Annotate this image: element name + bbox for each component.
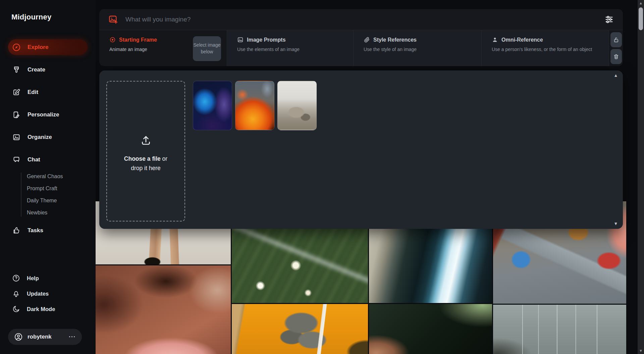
app-logo: Midjourney (11, 13, 51, 21)
moon-icon (12, 305, 20, 313)
sidebar-item-personalize[interactable]: Personalize (8, 107, 88, 122)
sidebar-item-label: Chat (28, 156, 40, 163)
tab-title: Omni-Reference (501, 37, 543, 43)
chat-channel-newbies[interactable]: Newbies (27, 207, 88, 219)
sidebar-item-label: Create (28, 66, 45, 73)
user-account-button[interactable]: robytenk ··· (8, 329, 82, 345)
tab-image-prompts[interactable]: Image Prompts Use the elements of an ima… (227, 30, 353, 66)
sidebar: Midjourney Explore Create Edit Personali… (0, 0, 96, 354)
bell-icon (12, 290, 20, 298)
chat-channel-list: General Chaos Prompt Craft Daily Theme N… (21, 170, 88, 219)
tab-starting-frame[interactable]: Starting Frame Animate an image Select i… (99, 30, 227, 66)
starting-frame-panel: Choose a file or drop it here ▲ ▼ (99, 70, 623, 229)
sidebar-item-label: Explore (28, 44, 48, 51)
sidebar-item-label: Edit (28, 89, 38, 96)
tab-subtitle: Use a person's likeness, or the form of … (492, 46, 596, 53)
reference-tabs-row: Starting Frame Animate an image Select i… (99, 30, 623, 66)
select-image-below-button[interactable]: Select image below (193, 36, 221, 61)
tab-subtitle: Use the style of an image (364, 46, 468, 53)
chat-icon (12, 155, 21, 164)
paperclip-icon (364, 37, 370, 43)
panel-scroll-down-icon[interactable]: ▼ (612, 221, 619, 227)
feed-image-foggy-stems[interactable] (493, 305, 626, 354)
record-circle-icon (109, 37, 116, 43)
sidebar-item-help[interactable]: Help (8, 270, 88, 286)
sidebar-item-updates[interactable]: Updates (8, 286, 88, 301)
trash-button[interactable] (610, 49, 622, 64)
sidebar-item-label: Help (27, 275, 39, 282)
sidebar-item-edit[interactable]: Edit (8, 84, 88, 100)
compass-icon (12, 43, 21, 52)
thumbnail-fire-phoenix[interactable] (235, 81, 274, 130)
sidebar-item-label: Personalize (28, 111, 59, 118)
settings-sliders-icon[interactable] (604, 14, 614, 24)
dropzone-label-rest: or (161, 155, 167, 162)
prompt-card: Starting Frame Animate an image Select i… (99, 9, 623, 66)
organize-icon (12, 133, 21, 142)
thumbnail-hazy-city[interactable] (277, 81, 317, 130)
trash-icon (613, 54, 619, 60)
upload-icon (140, 134, 152, 146)
scrollbar-thumb[interactable] (639, 7, 643, 30)
username: robytenk (28, 334, 64, 340)
add-image-icon[interactable] (108, 14, 118, 24)
sidebar-item-explore[interactable]: Explore (8, 39, 88, 55)
thumbs-up-icon (12, 226, 21, 235)
sidebar-item-organize[interactable]: Organize (8, 129, 88, 145)
scrollbar-down-icon[interactable]: ▼ (638, 348, 644, 353)
sidebar-item-label: Tasks (28, 227, 43, 234)
prompt-bar (99, 9, 623, 30)
scrollbar-up-icon[interactable]: ▲ (638, 0, 644, 6)
tab-omni-reference[interactable]: Omni-Reference Use a person's likeness, … (481, 30, 609, 66)
image-frame-icon (237, 37, 244, 43)
tab-subtitle: Use the elements of an image (237, 46, 341, 53)
personalize-icon (12, 110, 21, 119)
sidebar-item-dark-mode[interactable]: Dark Mode (8, 301, 88, 317)
help-icon (12, 274, 20, 282)
tab-title: Starting Frame (119, 37, 157, 43)
recent-image-thumbnails (193, 81, 317, 130)
more-options-icon[interactable]: ··· (69, 334, 76, 341)
tab-title: Style References (373, 37, 417, 43)
panel-scroll-up-icon[interactable]: ▲ (612, 72, 619, 79)
sidebar-item-label: Dark Mode (27, 306, 55, 312)
file-dropzone[interactable]: Choose a file or drop it here (106, 81, 185, 221)
feed-image-curly-hair[interactable] (369, 304, 492, 354)
user-avatar-icon (14, 333, 23, 341)
tab-title: Image Prompts (247, 37, 286, 43)
person-icon (492, 37, 498, 43)
edit-icon (12, 88, 21, 97)
page-scrollbar[interactable]: ▲ ▼ (638, 0, 644, 354)
sidebar-item-tasks[interactable]: Tasks (8, 222, 88, 238)
sidebar-item-label: Organize (28, 134, 52, 141)
dropzone-label-line2: drop it here (124, 164, 167, 173)
sidebar-footer: Help Updates Dark Mode (8, 270, 88, 317)
dropzone-label: Choose a file or drop it here (124, 154, 167, 172)
tab-style-references[interactable]: Style References Use the style of an ima… (353, 30, 481, 66)
chat-channel-daily-theme[interactable]: Daily Theme (27, 195, 88, 207)
thumbnail-ai-robot[interactable] (193, 81, 232, 130)
feed-image-autumn-leaves[interactable] (232, 304, 368, 354)
sidebar-item-create[interactable]: Create (8, 62, 88, 78)
sidebar-item-chat[interactable]: Chat (8, 152, 88, 167)
lock-open-icon (613, 37, 619, 43)
sidebar-item-label: Updates (27, 291, 49, 297)
brush-icon (12, 65, 21, 74)
chat-channel-general-chaos[interactable]: General Chaos (27, 170, 88, 183)
sidebar-nav: Explore Create Edit Personalize Organize (8, 39, 88, 245)
feed-image-face-closeup[interactable] (96, 265, 231, 354)
dropzone-label-bold: Choose a file (124, 155, 161, 162)
chat-channel-prompt-craft[interactable]: Prompt Craft (27, 183, 88, 195)
lock-open-button[interactable] (610, 32, 622, 47)
reference-actions (609, 30, 623, 66)
prompt-input[interactable] (125, 16, 597, 23)
